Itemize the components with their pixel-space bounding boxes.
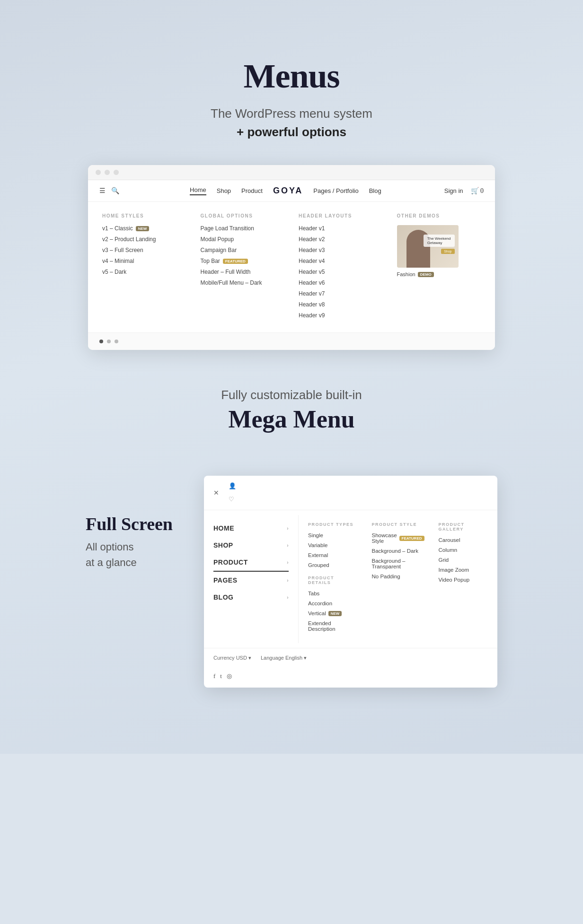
nav-link-product[interactable]: Product: [241, 187, 263, 194]
close-icon[interactable]: ✕: [213, 489, 219, 497]
fs-col-product-types: PRODUCT TYPES Single Variable External G…: [308, 522, 357, 636]
mega-item[interactable]: v1 – Classic new: [102, 225, 186, 232]
mega-col-title-3: HEADER LAYOUTS: [299, 213, 383, 218]
fullscreen-desc-line2: at a glance: [86, 557, 137, 568]
mega-col-title-4: OTHER DEMOS: [397, 213, 481, 218]
fs-col-product-gallery: PRODUCT GALLERY Carousel Column Grid Ima…: [439, 522, 488, 636]
fs-nav-home-arrow: ›: [287, 526, 289, 531]
nav-link-home[interactable]: Home: [190, 186, 206, 195]
mega-item-top-bar[interactable]: Top Bar Featured: [201, 258, 285, 264]
fs-item-image-zoom[interactable]: Image Zoom: [439, 567, 488, 573]
fs-nav-col: HOME › SHOP › PRODUCT › PAGES ›: [204, 515, 299, 643]
fs-item-column[interactable]: Column: [439, 547, 488, 553]
fashion-label[interactable]: Fashion Demo: [397, 271, 481, 277]
mega-item-header-v7[interactable]: Header v7: [299, 290, 383, 297]
other-demos-preview[interactable]: The WeekendGetaway Shop: [397, 225, 459, 268]
browser-bar: [88, 165, 495, 180]
nav-link-blog[interactable]: Blog: [369, 187, 381, 194]
header-subtitle: The WordPress menu system + powerful opt…: [9, 105, 574, 141]
fs-item-tabs[interactable]: Tabs: [308, 591, 357, 596]
fs-item-bg-dark[interactable]: Background – Dark: [371, 548, 424, 554]
cart-icon[interactable]: 🛒 0: [471, 187, 484, 195]
mega-item-header-v8[interactable]: Header v8: [299, 301, 383, 308]
fs-item-no-padding[interactable]: No Padding: [371, 574, 424, 579]
nav-signin[interactable]: Sign in: [444, 187, 463, 194]
fs-nav-pages[interactable]: PAGES ›: [213, 572, 289, 589]
fs-nav-shop-arrow: ›: [287, 543, 289, 548]
fs-item-video-popup[interactable]: Video Popup: [439, 577, 488, 583]
preview-btn: Shop: [441, 249, 454, 254]
nav-link-pages[interactable]: Pages / Portfolio: [313, 187, 358, 194]
fs-nav-home[interactable]: HOME ›: [213, 520, 289, 537]
fullscreen-section: Full Screen All options at a glance ✕ 👤 …: [0, 457, 583, 716]
mega-item-header-v4[interactable]: Header v4: [299, 258, 383, 264]
twitter-icon[interactable]: t: [220, 672, 222, 680]
fs-col-title-product-gallery: PRODUCT GALLERY: [439, 522, 488, 532]
mega-item-mobile-menu[interactable]: Mobile/Full Menu – Dark: [201, 279, 285, 286]
section-subtitle: Fully customizable built-in: [9, 388, 574, 402]
mega-item-header-v1[interactable]: Header v1: [299, 225, 383, 232]
page-wrapper: Menus The WordPress menu system + powerf…: [0, 0, 583, 754]
mega-menu-dropdown: HOME STYLES v1 – Classic new v2 – Produc…: [88, 202, 495, 333]
mega-item-campaign-bar[interactable]: Campaign Bar: [201, 247, 285, 253]
fs-item-accordion[interactable]: Accordion: [308, 601, 357, 606]
mega-col-header-layouts: HEADER LAYOUTS Header v1 Header v2 Heade…: [299, 213, 383, 323]
nav-right: Sign in 🛒 0: [444, 187, 484, 195]
instagram-icon[interactable]: ◎: [227, 672, 232, 680]
nav-brand: GOYA: [273, 186, 303, 196]
pagination-dot-3[interactable]: [115, 340, 118, 343]
search-icon[interactable]: 🔍: [111, 187, 119, 195]
badge-demo: Demo: [418, 272, 434, 277]
mega-item-header-v6[interactable]: Header v6: [299, 279, 383, 286]
header-section: Menus The WordPress menu system + powerf…: [0, 28, 583, 165]
facebook-icon[interactable]: f: [213, 672, 215, 680]
fs-language[interactable]: Language English ▾: [261, 655, 307, 661]
fs-item-carousel[interactable]: Carousel: [439, 537, 488, 543]
badge-new-vertical: new: [328, 611, 342, 616]
fs-item-variable[interactable]: Variable: [308, 542, 357, 548]
user-icon[interactable]: 👤: [229, 482, 236, 490]
hamburger-icon[interactable]: ☰: [99, 187, 106, 195]
browser-footer: [88, 333, 495, 350]
mega-col-title-1: HOME STYLES: [102, 213, 186, 218]
fs-item-external[interactable]: External: [308, 552, 357, 558]
fs-nav-shop[interactable]: SHOP ›: [213, 537, 289, 554]
mega-item-full-width[interactable]: Header – Full Width: [201, 269, 285, 275]
browser-dot-1: [96, 170, 101, 175]
preview-image: The WeekendGetaway Shop: [397, 225, 459, 268]
fs-item-grid[interactable]: Grid: [439, 557, 488, 563]
fs-item-grouped[interactable]: Grouped: [308, 562, 357, 568]
fs-nav-product[interactable]: PRODUCT ›: [213, 554, 289, 572]
fs-item-showcase[interactable]: Showcase Style Featured: [371, 532, 424, 544]
mega-item-header-v2[interactable]: Header v2: [299, 236, 383, 243]
nav-links: Home Shop Product GOYA Pages / Portfolio…: [131, 186, 441, 196]
subtitle-line1: The WordPress menu system: [211, 106, 372, 121]
mega-item-modal-popup[interactable]: Modal Popup: [201, 236, 285, 243]
mega-item-product-landing[interactable]: v2 – Product Landing: [102, 236, 186, 243]
mega-item-header-v9[interactable]: Header v9: [299, 312, 383, 319]
fullscreen-desc-line1: All options: [86, 541, 134, 553]
nav-icons: ☰ 🔍: [99, 187, 119, 195]
mega-item-header-v5[interactable]: Header v5: [299, 269, 383, 275]
mega-item-header-v3[interactable]: Header v3: [299, 247, 383, 253]
nav-link-shop[interactable]: Shop: [217, 187, 231, 194]
pagination-dot-1[interactable]: [99, 340, 103, 343]
mega-item-full-screen[interactable]: v3 – Full Screen: [102, 247, 186, 253]
mega-item-minimal[interactable]: v4 – Minimal: [102, 258, 186, 264]
fs-menu-content: HOME › SHOP › PRODUCT › PAGES ›: [204, 510, 497, 648]
fs-item-extended[interactable]: Extended Description: [308, 620, 357, 632]
mega-item-page-load[interactable]: Page Load Transition: [201, 225, 285, 232]
fullscreen-label: Full Screen All options at a glance: [86, 476, 180, 570]
fs-col-product-style: PRODUCT STYLE Showcase Style Featured Ba…: [371, 522, 424, 636]
fs-item-vertical[interactable]: Vertical new: [308, 610, 357, 616]
mega-menu-section: Fully customizable built-in Mega Menu: [0, 378, 583, 457]
mega-item-dark[interactable]: v5 – Dark: [102, 269, 186, 275]
fs-currency[interactable]: Currency USD ▾: [213, 655, 251, 661]
fullscreen-desc: All options at a glance: [86, 539, 180, 570]
fs-item-single[interactable]: Single: [308, 532, 357, 538]
badge-featured: Featured: [223, 259, 248, 264]
heart-icon[interactable]: ♡: [229, 496, 236, 503]
fs-nav-blog[interactable]: BLOG ›: [213, 589, 289, 606]
fs-item-bg-transparent[interactable]: Background – Transparent: [371, 558, 424, 569]
pagination-dot-2[interactable]: [107, 340, 111, 343]
